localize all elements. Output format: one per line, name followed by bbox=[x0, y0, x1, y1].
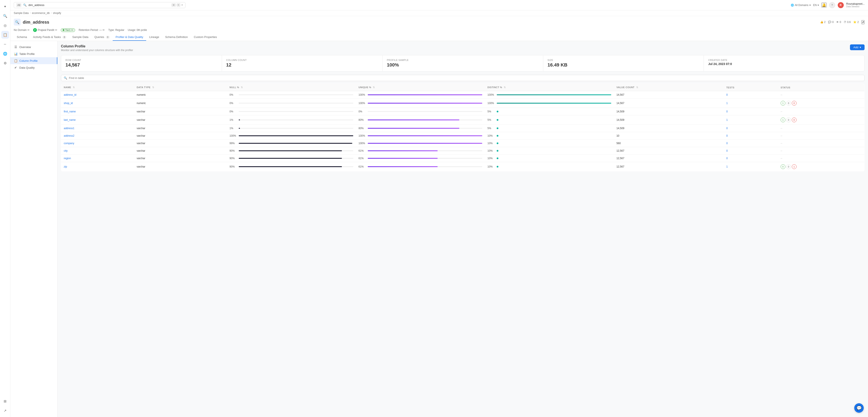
breadcrumb-ecommerce[interactable]: ecommerce_db bbox=[32, 11, 50, 14]
nav-table-profile[interactable]: 📊 Table Profile bbox=[10, 51, 57, 57]
th-null-pct[interactable]: NULL % ⇅ bbox=[227, 84, 356, 91]
sidebar-settings[interactable]: ⚙ bbox=[1, 59, 9, 67]
breadcrumb-shopify[interactable]: shopify bbox=[53, 11, 61, 14]
lang-selector[interactable]: EN ▾ bbox=[813, 4, 819, 7]
cell-distinct-pct: 10% bbox=[485, 140, 614, 147]
tab-activity[interactable]: Activity Feeds & Tasks 8 bbox=[30, 34, 69, 41]
search-table-input[interactable] bbox=[69, 76, 862, 79]
cell-tests[interactable]: 1 bbox=[724, 162, 778, 171]
avatar[interactable]: R bbox=[838, 2, 844, 8]
notifications-button[interactable]: 🔔 bbox=[822, 3, 827, 7]
cell-tests[interactable]: 1 bbox=[724, 116, 778, 125]
column-name-link[interactable]: company bbox=[64, 142, 74, 145]
watch-stat[interactable]: 👁 0 bbox=[836, 21, 841, 24]
th-status[interactable]: STATUS bbox=[778, 84, 865, 91]
tab-custom[interactable]: Custom Properties bbox=[191, 34, 220, 41]
column-name-link[interactable]: region bbox=[64, 157, 71, 160]
cell-tests[interactable]: 0 bbox=[724, 91, 778, 99]
th-tests[interactable]: TESTS bbox=[724, 84, 778, 91]
owner-meta[interactable]: P Prajwal Pandit ✏ bbox=[33, 28, 57, 32]
help-button[interactable]: ? bbox=[829, 2, 835, 8]
add-button[interactable]: Add ▾ bbox=[850, 44, 865, 50]
test-count-link[interactable]: 1 bbox=[726, 102, 728, 105]
test-count-link[interactable]: 0 bbox=[726, 157, 728, 160]
tab-profiler[interactable]: Profiler & Data Quality bbox=[113, 34, 146, 41]
global-search[interactable]: All 🔍 dim_address ⌘ K ✕ bbox=[14, 2, 185, 8]
nav-data-quality[interactable]: ✔ Data Quality bbox=[10, 64, 57, 71]
cell-tests[interactable]: 1 bbox=[724, 99, 778, 108]
cell-unique-pct: 61% bbox=[356, 147, 485, 155]
share-button[interactable]: ↗ bbox=[861, 20, 865, 24]
test-count-link[interactable]: 0 bbox=[726, 149, 728, 152]
test-count-link[interactable]: 0 bbox=[726, 142, 728, 145]
column-name-link[interactable]: first_name bbox=[64, 110, 76, 113]
distinct-dot bbox=[497, 166, 498, 167]
tab-queries[interactable]: Queries 0 bbox=[91, 34, 113, 41]
nav-column-profile[interactable]: 📋 Column Profile bbox=[10, 57, 57, 64]
column-name-link[interactable]: shop_id bbox=[64, 102, 73, 105]
close-icon[interactable]: ✕ bbox=[181, 4, 183, 6]
th-distinct-pct[interactable]: DISTINCT % ⇅ bbox=[485, 84, 614, 91]
timer-stat[interactable]: ⏱ 0.6 bbox=[844, 21, 851, 24]
sidebar-explore[interactable]: ◎ bbox=[1, 22, 9, 29]
tab-schema[interactable]: Schema bbox=[14, 34, 30, 41]
retention-meta[interactable]: Retention Period: — ✏ bbox=[79, 29, 105, 32]
sidebar-search[interactable]: 🔍 bbox=[1, 12, 9, 20]
status-badge: 1 bbox=[781, 101, 785, 105]
tier-badge[interactable]: Tier1 ✏ bbox=[61, 28, 75, 32]
star-stat[interactable]: ⭐ 2 bbox=[853, 21, 859, 24]
breadcrumb-sample-data[interactable]: Sample Data bbox=[14, 11, 29, 14]
column-name-link[interactable]: address_id bbox=[64, 93, 76, 96]
cell-tests[interactable]: 0 bbox=[724, 125, 778, 132]
like-stat[interactable]: 👍 2 bbox=[820, 21, 826, 24]
edit-tier-icon[interactable]: ✏ bbox=[71, 29, 73, 32]
usage-meta: Usage: 0th pctile bbox=[128, 29, 147, 32]
cell-tests[interactable]: 0 bbox=[724, 147, 778, 155]
cell-tests[interactable]: 0 bbox=[724, 108, 778, 116]
test-count-link[interactable]: 0 bbox=[726, 110, 728, 113]
edit-domain-icon[interactable]: ✏ bbox=[28, 29, 30, 32]
sidebar-globe[interactable]: 🌐 bbox=[1, 50, 9, 58]
status-badge: 0 bbox=[781, 164, 785, 169]
edit-retention-icon[interactable]: ✏ bbox=[102, 29, 105, 32]
chat-button[interactable]: 💬 bbox=[854, 403, 864, 413]
sidebar-logo[interactable]: ✦ bbox=[1, 3, 9, 10]
th-data-type[interactable]: DATA TYPE ⇅ bbox=[134, 84, 227, 91]
tab-lineage[interactable]: Lineage bbox=[146, 34, 162, 41]
sidebar-export[interactable]: ↗ bbox=[1, 407, 9, 414]
cell-tests[interactable]: 0 bbox=[724, 132, 778, 140]
column-name-link[interactable]: city bbox=[64, 149, 68, 152]
type-meta: Type: Regular bbox=[108, 29, 124, 32]
column-name-link[interactable]: address1 bbox=[64, 127, 74, 130]
search-value[interactable]: dim_address bbox=[28, 3, 170, 7]
test-count-link[interactable]: 0 bbox=[726, 127, 728, 130]
owner-name: Prajwal Pandit bbox=[38, 29, 54, 32]
th-name[interactable]: NAME ⇅ bbox=[61, 84, 134, 91]
sidebar-adjust[interactable]: ⊞ bbox=[1, 397, 9, 405]
domain-selector[interactable]: 🌐 All Domains ▾ bbox=[791, 4, 811, 7]
tab-sample[interactable]: Sample Data bbox=[69, 34, 91, 41]
th-value-count[interactable]: VALUE COUNT ⇅ bbox=[614, 84, 724, 91]
test-count-link[interactable]: 1 bbox=[726, 119, 728, 121]
edit-owner-icon[interactable]: ✏ bbox=[55, 29, 57, 32]
domain-meta[interactable]: No Domain ✏ bbox=[14, 29, 30, 32]
table-row: address2varchar 100% 100% 10% 100-- bbox=[61, 132, 865, 140]
sidebar-lineage[interactable]: ↔ bbox=[1, 40, 9, 48]
test-count-link[interactable]: 0 bbox=[726, 134, 728, 137]
test-count-link[interactable]: 0 bbox=[726, 93, 728, 96]
column-name-link[interactable]: zip bbox=[64, 165, 67, 168]
column-name-link[interactable]: last_name bbox=[64, 119, 75, 121]
cell-tests[interactable]: 0 bbox=[724, 140, 778, 147]
search-type[interactable]: All bbox=[16, 3, 22, 7]
sidebar-catalog[interactable]: 📋 bbox=[1, 31, 9, 39]
test-count-link[interactable]: 1 bbox=[726, 165, 728, 168]
table-search[interactable]: 🔍 bbox=[61, 75, 865, 81]
th-unique-pct[interactable]: UNIQUE % ⇅ bbox=[356, 84, 485, 91]
column-name-link[interactable]: address2 bbox=[64, 134, 74, 137]
nav-column-profile-label: Column Profile bbox=[19, 59, 37, 62]
tab-schema-def[interactable]: Schema Definition bbox=[162, 34, 191, 41]
nav-overview[interactable]: ☰ Overview bbox=[10, 43, 57, 51]
size-label: Size bbox=[548, 59, 700, 61]
cell-tests[interactable]: 0 bbox=[724, 155, 778, 162]
comment-stat[interactable]: 💬 0 bbox=[828, 21, 834, 24]
